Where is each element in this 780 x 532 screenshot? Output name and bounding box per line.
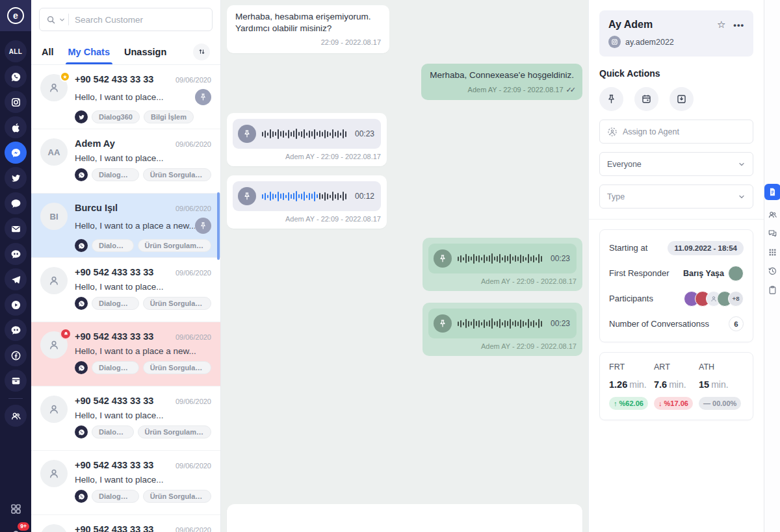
delivered-checks-icon: ✓✓: [566, 86, 574, 94]
chat-tags: Dialog360Ürün Sorgulama: [75, 297, 211, 310]
first-responder-avatar: [728, 266, 744, 281]
message-meta: 22:09 - 2022.08.17: [235, 38, 381, 47]
tag-pill: Dialog360: [92, 168, 139, 181]
type-dropdown[interactable]: Type: [599, 184, 753, 209]
search-input[interactable]: [75, 15, 205, 25]
whatsapp-icon[interactable]: [5, 66, 27, 88]
voice-message-bubble: 00:23Adem AY - 22:09 - 2022.08.17: [422, 303, 582, 356]
mail-icon[interactable]: [5, 218, 27, 240]
dashboard-icon[interactable]: [5, 498, 27, 520]
notifications-icon[interactable]: 9+: [5, 524, 27, 532]
conversations-panel-icon[interactable]: [764, 225, 780, 242]
first-responder-name: Barış Yaşa: [683, 269, 724, 278]
pin-action-button[interactable]: [599, 87, 623, 111]
chat-list-item[interactable]: +90 542 433 33 33 09/06/2020 Hello, I wa…: [31, 322, 220, 386]
contacts-panel-icon[interactable]: [764, 207, 780, 223]
assign-agent-icon: [607, 127, 623, 137]
voice-message-bubble: 00:12Adem AY - 22:09 - 2022.08.17: [227, 175, 387, 229]
voice-pin-button[interactable]: [238, 125, 256, 143]
tab-all[interactable]: All: [42, 39, 54, 64]
more-options-icon[interactable]: •••: [733, 20, 744, 30]
comment-icon[interactable]: [5, 192, 27, 214]
outgoing-message: 00:23Adem AY - 22:09 - 2022.08.17: [227, 238, 582, 291]
incoming-message: 00:12Adem AY - 22:09 - 2022.08.17: [227, 175, 582, 229]
chat-name: +90 542 433 33 33: [75, 74, 153, 84]
clipboard-panel-icon[interactable]: [764, 282, 780, 298]
chat-tags: Dialog360Ürün Sorgulama: [75, 168, 211, 181]
twitter-icon[interactable]: [5, 167, 27, 189]
video-channel-icon[interactable]: [5, 294, 27, 316]
incoming-message: 00:23Adem AY - 22:09 - 2022.08.17: [227, 113, 582, 166]
apps-panel-icon[interactable]: [764, 244, 780, 260]
history-panel-icon[interactable]: [764, 263, 780, 279]
tag-pill: Dialog360: [92, 490, 139, 503]
archive-channel-icon[interactable]: [5, 370, 27, 392]
outgoing-message: 00:23Adem AY - 22:09 - 2022.08.17: [227, 303, 582, 356]
tag-pill: Ürün Sorgulama: [143, 168, 211, 181]
customer-search[interactable]: [39, 8, 213, 31]
everyone-dropdown[interactable]: Everyone: [599, 152, 753, 176]
whatsapp-channel-icon: [75, 361, 88, 374]
search-icon: [46, 15, 56, 25]
starting-at-value: 11.09.2022 - 18:54: [668, 241, 744, 255]
conversation-info-card: Starting at 11.09.2022 - 18:54 First Res…: [599, 229, 753, 342]
app-logo[interactable]: e: [0, 0, 31, 31]
notes-panel-icon[interactable]: [764, 184, 780, 200]
chat-date: 09/06/2020: [176, 526, 211, 532]
tag-pill: Dialog360: [92, 361, 139, 374]
conversation-pane: Merhaba, hesabıma erişemiyorum. Yardımcı…: [221, 0, 588, 532]
facebook-icon[interactable]: [5, 344, 27, 366]
chat-name: Adem Ay: [75, 138, 115, 149]
chat-list-item[interactable]: +90 542 433 33 33 09/06/2020 Hello, I wa…: [31, 386, 220, 451]
chat-preview: Hello, I want to place...: [75, 475, 164, 485]
apple-icon[interactable]: [5, 116, 27, 138]
composer: × 00:00: [227, 504, 582, 532]
archive-action-button[interactable]: [670, 87, 694, 111]
voice-pin-button[interactable]: [434, 249, 452, 268]
sort-button[interactable]: [193, 44, 210, 60]
chat-list-item[interactable]: +90 542 433 33 33 09/06/2020 Hello, I wa…: [31, 515, 220, 532]
chat-list-item[interactable]: +90 542 433 33 33 09/06/2020 Hello, I wa…: [31, 258, 220, 322]
telegram-icon[interactable]: [5, 268, 27, 290]
customer-panel: Ay Adem ☆ ••• ay.adem2022 Quick Actions …: [588, 0, 764, 532]
tab-unassign[interactable]: Unassign: [124, 39, 166, 64]
chat-preview: Hello, I want to place...: [75, 411, 164, 420]
metric-ath: ATH15min.— 00.00%: [699, 362, 744, 410]
chat-list-item[interactable]: ★ +90 542 433 33 33 09/06/2020 Hello, I …: [31, 65, 220, 129]
instagram-icon[interactable]: [5, 91, 27, 113]
notification-badge: 9+: [18, 522, 29, 531]
channel-all-button[interactable]: ALL: [5, 40, 27, 62]
chat-list-scrollbar[interactable]: [217, 192, 220, 260]
avatar: [40, 396, 68, 423]
team-icon[interactable]: [5, 405, 27, 427]
assign-to-agent-field[interactable]: Assign to Agent: [599, 120, 753, 144]
archive-box-icon: [676, 94, 687, 105]
participants-more-badge[interactable]: +8: [728, 291, 744, 307]
tab-my-chats[interactable]: My Chats: [68, 39, 110, 64]
voice-waveform[interactable]: [458, 309, 545, 338]
metric-delta-badge: ↑ %62.06: [609, 397, 648, 410]
chat-quote-icon[interactable]: [5, 243, 27, 265]
voice-pin-button[interactable]: [238, 187, 256, 205]
chat-list-item[interactable]: +90 542 433 33 33 09/06/2020 Hello, I wa…: [31, 451, 220, 515]
voice-waveform[interactable]: [458, 244, 545, 273]
chat-list-item[interactable]: BI Burcu Işıl 09/06/2020 Hello, I want t…: [31, 194, 220, 258]
whatsapp-channel-icon: [75, 297, 88, 310]
message-list: Merhaba, hesabıma erişemiyorum. Yardımcı…: [227, 5, 582, 356]
favorite-star-icon[interactable]: ☆: [717, 19, 725, 31]
chat-quote2-icon[interactable]: [5, 319, 27, 341]
voice-waveform[interactable]: [262, 119, 349, 149]
schedule-action-button[interactable]: [634, 87, 658, 111]
metric-art: ART7.6min.↓ %17.06: [654, 362, 699, 410]
message-input-area[interactable]: [227, 504, 582, 532]
avatar: AA: [40, 138, 68, 166]
voice-message-bubble: 00:23Adem AY - 22:09 - 2022.08.17: [422, 238, 582, 291]
voice-pin-button[interactable]: [434, 314, 452, 333]
messenger-icon[interactable]: [5, 142, 27, 164]
chat-tags: Dialog360Bilgi İşlem: [75, 110, 211, 123]
voice-waveform[interactable]: [262, 181, 349, 211]
search-filter-chevron-icon[interactable]: [58, 16, 66, 23]
participants-avatars[interactable]: +8: [684, 291, 744, 307]
message-meta: Adem AY - 22:09 - 2022.08.17✓✓: [430, 85, 574, 95]
chat-list-item[interactable]: AA Adem Ay 09/06/2020 Hello, I want to p…: [31, 129, 220, 194]
